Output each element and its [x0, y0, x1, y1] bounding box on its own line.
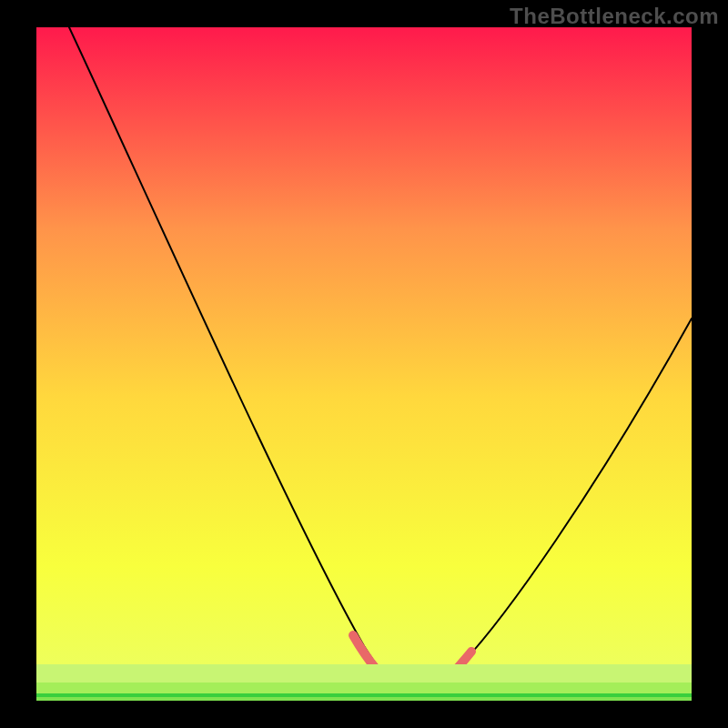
plot-area — [36, 27, 692, 701]
gradient-background — [36, 27, 692, 701]
chart-svg — [36, 27, 692, 701]
chart-frame: TheBottleneck.com — [0, 0, 728, 728]
watermark-text: TheBottleneck.com — [510, 4, 719, 29]
